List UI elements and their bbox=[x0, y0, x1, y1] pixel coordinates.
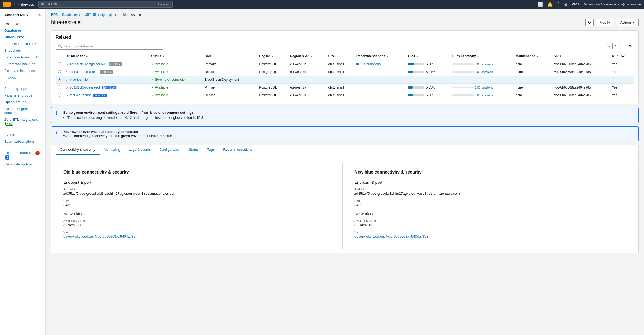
db-identifier-link[interactable]: test-ale-replica bbox=[70, 93, 91, 97]
tab-tags[interactable]: Tags bbox=[203, 145, 219, 155]
row-role: Blue/Green Deployment bbox=[202, 76, 257, 84]
help-icon[interactable]: ? bbox=[557, 2, 559, 7]
tab-monitoring[interactable]: Monitoring bbox=[100, 145, 125, 155]
row-radio-cell[interactable] bbox=[56, 91, 63, 99]
expand-icon[interactable]: ▷ bbox=[66, 93, 68, 97]
col-status[interactable]: Status ▼ bbox=[149, 52, 202, 60]
sidebar-item-performance-insights[interactable]: Performance insights bbox=[0, 41, 45, 47]
row-radio[interactable] bbox=[58, 78, 61, 81]
sidebar-close-icon[interactable]: ✕ bbox=[38, 13, 41, 17]
region-badge[interactable]: Paris bbox=[572, 2, 579, 6]
terminal-icon[interactable]: ⬜ bbox=[538, 2, 543, 7]
sidebar-item-query-editor[interactable]: Query Editor bbox=[0, 34, 45, 41]
filter-bar: 🔍 ‹ 1 › ⚙ bbox=[56, 43, 634, 50]
row-radio-cell[interactable] bbox=[56, 76, 63, 84]
sort-icon: ▼ bbox=[162, 55, 165, 58]
col-select-all[interactable] bbox=[56, 52, 63, 60]
sidebar-item-zero-etl[interactable]: Zero-ETL integrations New bbox=[0, 116, 45, 127]
db-identifier-link[interactable]: test-ale-replica-old1 bbox=[70, 70, 98, 74]
row-radio[interactable] bbox=[58, 70, 61, 73]
sidebar-item-subnet-groups[interactable]: Subnet groups bbox=[0, 85, 45, 92]
sidebar-item-automated-backups[interactable]: Automated backups bbox=[0, 61, 45, 67]
prev-page-button[interactable]: ‹ bbox=[607, 43, 613, 49]
col-role[interactable]: Role ▼ bbox=[202, 52, 257, 60]
tab-logs-events[interactable]: Logs & events bbox=[124, 145, 155, 155]
user-badge[interactable]: AdministratorAccess/acarrano@qovery.com bbox=[583, 3, 641, 6]
filter-input-wrap[interactable]: 🔍 bbox=[56, 43, 163, 50]
modify-button[interactable]: Modify bbox=[596, 19, 614, 26]
tab-configuration[interactable]: Configuration bbox=[155, 145, 184, 155]
sidebar-item-reserved-instances[interactable]: Reserved instances bbox=[0, 67, 45, 74]
row-radio[interactable] bbox=[58, 62, 61, 65]
col-db-identifier[interactable]: DB identifier ▲ bbox=[63, 52, 149, 60]
db-identifier-link[interactable]: blue-test-ale bbox=[70, 78, 88, 82]
row-radio[interactable] bbox=[58, 93, 61, 97]
sidebar-item-parameter-groups[interactable]: Parameter groups bbox=[0, 92, 45, 99]
breadcrumb-parent-db[interactable]: zd35f1cf5-postgresql-old1 bbox=[82, 13, 119, 17]
services-button[interactable]: ⋮⋮ Services bbox=[13, 2, 34, 6]
refresh-button[interactable]: ↻ bbox=[585, 19, 594, 26]
expand-icon[interactable]: ▷ bbox=[66, 70, 68, 74]
related-heading: Related bbox=[56, 35, 634, 40]
expand-icon[interactable]: ▷ bbox=[66, 62, 68, 66]
old-blue-port-field: Port 5432 bbox=[63, 199, 335, 207]
sidebar-item-certificate-update[interactable]: Certificate update bbox=[0, 161, 45, 168]
row-radio-cell[interactable] bbox=[56, 60, 63, 68]
col-size[interactable]: Size ▼ bbox=[326, 52, 354, 60]
expand-icon[interactable]: ▷ bbox=[66, 78, 68, 82]
col-recommendations[interactable]: Recommendations ▼ bbox=[354, 52, 406, 60]
status-available: ✓Available bbox=[151, 93, 200, 97]
col-multi-az[interactable]: Multi-AZ bbox=[610, 52, 634, 60]
settings-icon[interactable]: ⚙ bbox=[564, 2, 567, 7]
col-cpu[interactable]: CPU ▼ bbox=[406, 52, 450, 60]
tab-connectivity[interactable]: Connectivity & security bbox=[56, 145, 100, 155]
sidebar-item-option-groups[interactable]: Option groups bbox=[0, 99, 45, 105]
old-blue-endpoint-value: zd35f1cf5-postgresql-old1.c1chlm27agxa.e… bbox=[63, 192, 335, 196]
col-engine[interactable]: Engine ▼ bbox=[257, 52, 288, 60]
db-identifier-link[interactable]: zd35f1cf5-postgresql bbox=[70, 86, 100, 89]
bell-icon[interactable]: 🔔 bbox=[547, 2, 553, 7]
row-role: Primary bbox=[202, 84, 257, 91]
tab-status[interactable]: Status bbox=[184, 145, 203, 155]
row-radio-cell[interactable] bbox=[56, 68, 63, 76]
col-region-az[interactable]: Region & AZ ▼ bbox=[288, 52, 326, 60]
next-page-button[interactable]: › bbox=[619, 43, 624, 49]
col-maintenance[interactable]: Maintenance ▼ bbox=[513, 52, 552, 60]
breadcrumb-rds[interactable]: RDS bbox=[51, 13, 58, 17]
sidebar-item-event-subscriptions[interactable]: Event subscriptions bbox=[0, 138, 45, 145]
sidebar-item-recommendations[interactable]: Recommendations 5 3 bbox=[0, 149, 45, 161]
sort-icon: ▼ bbox=[386, 55, 389, 58]
row-radio-cell[interactable] bbox=[56, 84, 63, 91]
col-current-activity[interactable]: Current activity ▼ bbox=[450, 52, 513, 60]
col-vpc[interactable]: VPC ▼ bbox=[552, 52, 610, 60]
app-container: Amazon RDS ✕ Dashboard Databases Query E… bbox=[0, 9, 644, 335]
new-blue-vpc-link[interactable]: qovery-eks-workers (vpc-0b65608aa9404a78… bbox=[354, 234, 626, 238]
row-db-identifier: ▷ blue-test-ale bbox=[63, 76, 149, 84]
sidebar-item-exports-s3[interactable]: Exports in Amazon S3 bbox=[0, 54, 45, 61]
select-all-checkbox[interactable] bbox=[58, 54, 61, 57]
search-input[interactable] bbox=[47, 2, 156, 6]
sidebar-item-snapshots[interactable]: Snapshots bbox=[0, 47, 45, 54]
rec-link[interactable]: 1 Informational bbox=[360, 62, 381, 66]
filter-input[interactable] bbox=[64, 44, 161, 48]
breadcrumb-databases[interactable]: Databases bbox=[62, 13, 77, 17]
expand-icon[interactable]: ▷ bbox=[66, 86, 68, 89]
db-identifier-link[interactable]: zd35f1cf5-postgresql-old1 bbox=[70, 62, 107, 66]
sidebar-item-dashboard[interactable]: Dashboard bbox=[0, 20, 45, 27]
sidebar-item-proxies[interactable]: Proxies bbox=[0, 74, 45, 81]
session-link[interactable]: 0.00 sessions bbox=[475, 62, 493, 66]
session-link[interactable]: 0.00 sessions bbox=[475, 94, 493, 97]
search-bar[interactable]: 🔍 [Option+S] bbox=[38, 1, 173, 8]
old-blue-vpc-link[interactable]: qovery-eks-workers (vpc-0b65608aa9404a78… bbox=[63, 234, 335, 238]
sidebar-item-custom-engine-versions[interactable]: Custom engine versions bbox=[0, 105, 45, 116]
tab-recommendations[interactable]: Recommendations bbox=[219, 145, 256, 155]
actions-button[interactable]: Actions ▾ bbox=[616, 19, 639, 26]
session-link[interactable]: 0.00 sessions bbox=[475, 86, 493, 89]
settings-page-button[interactable]: ⚙ bbox=[627, 43, 634, 49]
sidebar-item-events[interactable]: Events bbox=[0, 131, 45, 138]
sidebar-item-databases[interactable]: Databases bbox=[0, 27, 45, 34]
row-radio[interactable] bbox=[58, 85, 61, 89]
status-available: ✓Available bbox=[151, 62, 200, 66]
old-blue-panel: Old blue connectivity & security Endpoin… bbox=[56, 163, 343, 249]
session-link[interactable]: 0.00 sessions bbox=[475, 70, 493, 73]
